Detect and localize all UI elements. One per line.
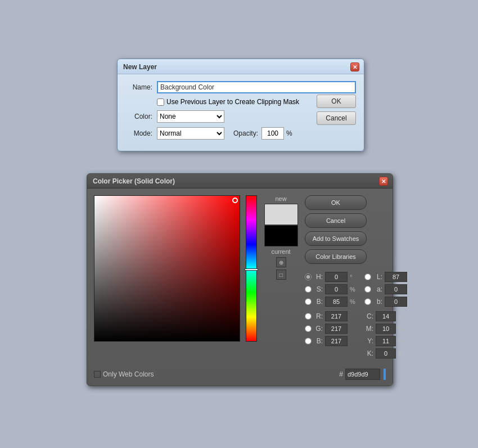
a-input[interactable] xyxy=(385,284,407,294)
G-input[interactable] xyxy=(325,324,348,334)
hex-symbol: # xyxy=(339,370,343,378)
preview-current-swatch xyxy=(264,225,298,247)
color-picker-titlebar: Color Picker (Solid Color) ✕ xyxy=(87,174,393,189)
a-field-row: a: xyxy=(364,284,407,294)
color-picker-body: new current ⊕ □ OK Cancel Add to Swatche… xyxy=(87,189,393,365)
eyedropper-icon[interactable]: ⊕ xyxy=(276,257,286,267)
Brgb-input[interactable] xyxy=(325,336,348,346)
B-input[interactable] xyxy=(325,297,348,307)
L-label: L: xyxy=(373,273,382,281)
only-web-colors-checkbox[interactable] xyxy=(94,371,101,378)
mode-row: Mode: Normal Opacity: % xyxy=(125,127,356,140)
new-layer-titlebar: New Layer ✕ xyxy=(118,59,364,74)
G-radio[interactable] xyxy=(305,325,312,332)
mode-dropdown[interactable]: Normal xyxy=(157,127,224,140)
preview-new-swatch xyxy=(264,204,298,225)
color-picker-right-panel: OK Cancel Add to Swatches Color Librarie… xyxy=(305,195,407,359)
H-unit: ° xyxy=(350,274,358,280)
opacity-input[interactable] xyxy=(261,127,284,140)
color-picker-dialog: Color Picker (Solid Color) ✕ new current… xyxy=(87,173,393,386)
B-field-row: B: % xyxy=(305,297,358,307)
only-web-colors-label: Only Web Colors xyxy=(103,370,154,378)
new-layer-dialog: New Layer ✕ OK Cancel Name: Use Previous… xyxy=(117,59,364,151)
Y-field-row: Y: % xyxy=(364,336,407,346)
only-web-colors-row: Only Web Colors xyxy=(94,370,154,378)
preview-current-label: current xyxy=(271,248,290,255)
mode-label: Mode: xyxy=(125,129,152,137)
Y-input[interactable] xyxy=(376,336,396,346)
cp-ok-button[interactable]: OK xyxy=(305,195,367,210)
color-fields: H: ° S: % B: % xyxy=(305,272,407,359)
K-label: K: xyxy=(364,350,373,357)
C-field-row: C: % xyxy=(364,311,407,321)
C-input[interactable] xyxy=(376,311,396,321)
color-picker-bottom: Only Web Colors # xyxy=(87,365,393,386)
new-layer-close-button[interactable]: ✕ xyxy=(350,62,359,71)
new-layer-title: New Layer xyxy=(123,63,157,71)
color-dropdown[interactable]: None xyxy=(157,110,224,123)
name-label: Name: xyxy=(125,83,152,91)
hex-input[interactable] xyxy=(345,369,380,380)
R-field-row: R: xyxy=(305,311,358,321)
name-row: Name: xyxy=(125,81,356,93)
cp-cancel-button[interactable]: Cancel xyxy=(305,213,367,228)
hue-bar-container[interactable] xyxy=(246,195,257,342)
clipping-mask-label: Use Previous Layer to Create Clipping Ma… xyxy=(166,98,299,106)
clipping-mask-checkbox[interactable] xyxy=(157,98,164,106)
picker-icons: ⊕ □ xyxy=(276,257,286,280)
Brgb-field-row: B: xyxy=(305,336,358,346)
color-picker-close-button[interactable]: ✕ xyxy=(379,177,388,186)
ok-cancel-column: OK Cancel xyxy=(317,95,356,125)
cancel-button[interactable]: Cancel xyxy=(317,111,356,125)
Y-unit: % xyxy=(398,338,404,344)
cp-color-libraries-button[interactable]: Color Libraries xyxy=(305,249,367,264)
color-picker-title: Color Picker (Solid Color) xyxy=(93,177,175,185)
color-label: Color: xyxy=(125,113,152,120)
G-field-row: G: xyxy=(305,324,358,334)
R-input[interactable] xyxy=(325,311,348,321)
C-label: C: xyxy=(364,312,373,320)
hue-bar xyxy=(246,196,256,341)
S-input[interactable] xyxy=(325,284,348,294)
Brgb-radio[interactable] xyxy=(305,338,312,344)
b-input[interactable] xyxy=(385,297,407,307)
Y-label: Y: xyxy=(364,337,373,345)
new-layer-body: OK Cancel Name: Use Previous Layer to Cr… xyxy=(118,74,364,151)
M-field-row: M: % xyxy=(364,324,407,334)
alert-icon[interactable]: □ xyxy=(276,270,286,280)
H-input[interactable] xyxy=(325,272,348,282)
H-field-row: H: ° xyxy=(305,272,358,282)
preview-new-label: new xyxy=(275,195,286,202)
H-radio[interactable] xyxy=(305,274,312,280)
hex-color-bar xyxy=(384,369,386,380)
B-unit: % xyxy=(350,298,358,305)
ok-button[interactable]: OK xyxy=(317,95,356,108)
M-unit: % xyxy=(398,325,404,332)
hsb-rgb-col: H: ° S: % B: % xyxy=(305,272,358,359)
L-input[interactable] xyxy=(385,272,407,282)
M-input[interactable] xyxy=(376,324,396,334)
R-radio[interactable] xyxy=(305,313,312,320)
G-label: G: xyxy=(314,325,323,333)
S-radio[interactable] xyxy=(305,286,312,293)
name-input[interactable] xyxy=(157,81,356,93)
R-label: R: xyxy=(314,312,323,320)
S-unit: % xyxy=(350,286,358,293)
S-label: S: xyxy=(314,285,323,293)
L-radio[interactable] xyxy=(364,274,371,280)
b-field-row: b: xyxy=(364,297,407,307)
Brgb-label: B: xyxy=(314,337,323,345)
H-label: H: xyxy=(314,273,323,281)
b-radio[interactable] xyxy=(364,298,371,305)
a-label: a: xyxy=(373,285,382,293)
L-field-row: L: xyxy=(364,272,407,282)
K-unit: % xyxy=(398,350,404,357)
cp-add-swatches-button[interactable]: Add to Swatches xyxy=(305,231,367,246)
K-input[interactable] xyxy=(376,348,396,359)
b-label: b: xyxy=(373,298,382,306)
B-radio[interactable] xyxy=(305,298,312,305)
color-gradient-square[interactable] xyxy=(94,195,240,342)
a-radio[interactable] xyxy=(364,286,371,293)
lab-cmyk-col: L: a: b: C: xyxy=(364,272,407,359)
B-label: B: xyxy=(314,298,323,306)
